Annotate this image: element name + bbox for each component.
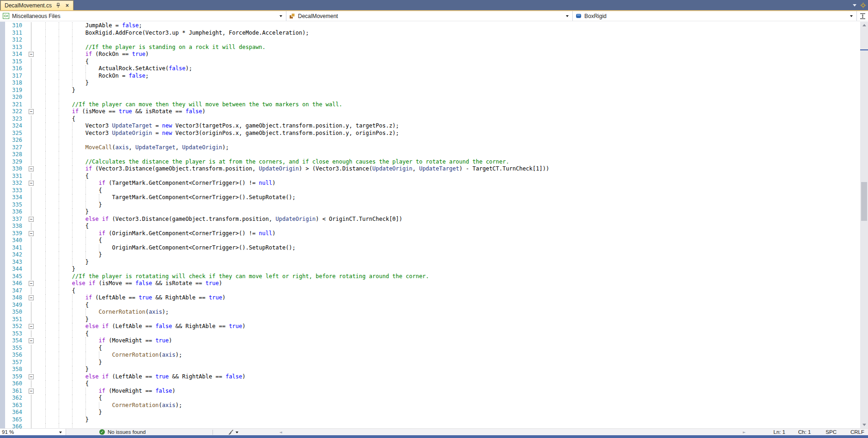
code-line-358[interactable]: 358 } (0, 366, 860, 373)
code-line-357[interactable]: 357 } (0, 359, 860, 366)
issues-indicator[interactable]: ✓ No issues found (99, 429, 146, 435)
pin-icon[interactable] (55, 2, 61, 9)
code-line-328[interactable]: 328 (0, 151, 860, 158)
code-line-364[interactable]: 364 } (0, 409, 860, 416)
code-line-316[interactable]: 316 ActualRock.SetActive(false); (0, 65, 860, 73)
code-line-311[interactable]: 311 BoxRigid.AddForce(Vector3.up * Jumph… (0, 30, 860, 37)
code-line-330[interactable]: 330− if (Vector3.Distance(gameObject.tra… (0, 165, 860, 173)
chevron-down-icon[interactable] (236, 432, 238, 433)
code-line-365[interactable]: 365 } (0, 416, 860, 424)
fold-collapse-box[interactable]: − (29, 51, 38, 58)
fold-collapse-box[interactable]: − (29, 373, 38, 381)
split-window-button[interactable] (857, 11, 868, 21)
fold-collapse-box[interactable]: − (29, 230, 38, 237)
code-line-349[interactable]: 349 { (0, 302, 860, 309)
code-line-315[interactable]: 315 { (0, 58, 860, 66)
fold-collapse-box[interactable]: − (29, 108, 38, 116)
code-line-341[interactable]: 341 OriginMark.GetComponent<CornerTrigge… (0, 244, 860, 252)
zoom-level-dropdown[interactable]: 91 % (0, 429, 66, 436)
code-line-324[interactable]: 324 Vector3 UpdateTarget = new Vector3(t… (0, 122, 860, 130)
tab-list-chevron-down-icon[interactable] (853, 4, 856, 6)
outline-guide-line (29, 144, 38, 152)
vertical-scrollbar[interactable] (860, 22, 868, 428)
code-line-337[interactable]: 337− else if (Vector3.Distance(gameObjec… (0, 216, 860, 223)
fold-collapse-box[interactable]: − (29, 388, 38, 395)
project-dropdown[interactable]: C# Miscellaneous Files (0, 11, 286, 21)
code-line-347[interactable]: 347 { (0, 287, 860, 295)
code-line-339[interactable]: 339− if (OriginMark.GetComponent<CornerT… (0, 230, 860, 237)
code-line-340[interactable]: 340 { (0, 237, 860, 244)
code-line-352[interactable]: 352− else if (LeftAble == false && Right… (0, 323, 860, 330)
code-line-362[interactable]: 362 { (0, 395, 860, 402)
code-line-336[interactable]: 336 } (0, 208, 860, 216)
chevron-down-icon[interactable] (850, 15, 853, 17)
outline-guide-line (29, 122, 38, 130)
tab-title: DecalMovement.cs (5, 2, 52, 9)
code-line-325[interactable]: 325 Vector3 UpdateOrigin = new Vector3(o… (0, 130, 860, 137)
code-line-318[interactable]: 318 } (0, 79, 860, 87)
code-line-344[interactable]: 344 } (0, 266, 860, 273)
code-line-332[interactable]: 332− if (TargetMark.GetComponent<CornerT… (0, 180, 860, 187)
hscroll-left-arrow[interactable]: ◄ (279, 430, 282, 434)
code-line-345[interactable]: 345 //If the player is rotatating will c… (0, 273, 860, 280)
fold-collapse-box[interactable]: − (29, 165, 38, 173)
code-line-321[interactable]: 321 //If the player can move then they w… (0, 101, 860, 109)
code-line-327[interactable]: 327 MoveCall(axis, UpdateTarget, UpdateO… (0, 144, 860, 152)
code-line-356[interactable]: 356 CornerRotation(axis); (0, 352, 860, 359)
fold-collapse-box[interactable]: − (29, 216, 38, 223)
code-line-314[interactable]: 314− if (RockOn == true) (0, 51, 860, 58)
code-line-361[interactable]: 361− if (MoveRight == false) (0, 388, 860, 395)
code-line-334[interactable]: 334 TargetMark.GetComponent<CornerTrigge… (0, 194, 860, 201)
code-line-342[interactable]: 342 } (0, 251, 860, 259)
type-dropdown-label: DecalMovement (298, 13, 338, 19)
code-editor[interactable]: 310 JumpAble = false;311 BoxRigid.AddFor… (0, 22, 868, 428)
fold-collapse-box[interactable]: − (29, 180, 38, 187)
fold-collapse-box[interactable]: − (29, 294, 38, 302)
code-line-322[interactable]: 322− if (isMove == true && isRotate == f… (0, 108, 860, 116)
type-dropdown[interactable]: DecalMovement (286, 11, 573, 21)
code-text: } (45, 259, 89, 266)
chevron-down-icon[interactable] (279, 15, 282, 17)
scroll-down-arrow[interactable] (860, 421, 868, 428)
scroll-up-arrow[interactable] (860, 22, 868, 29)
outline-guide-line (29, 251, 38, 259)
code-cleanup-button[interactable] (228, 429, 238, 435)
code-line-353[interactable]: 353 { (0, 330, 860, 338)
code-line-346[interactable]: 346− else if (isMove == false && isRotat… (0, 280, 860, 287)
gear-icon[interactable] (860, 2, 866, 8)
code-line-326[interactable]: 326 (0, 137, 860, 144)
code-line-343[interactable]: 343 } (0, 259, 860, 266)
code-line-331[interactable]: 331 { (0, 173, 860, 180)
code-line-360[interactable]: 360 { (0, 380, 860, 388)
code-text: { (45, 287, 75, 295)
code-line-317[interactable]: 317 RockOn = false; (0, 73, 860, 80)
code-line-348[interactable]: 348− if (LeftAble == true && RightAble =… (0, 294, 860, 302)
code-line-323[interactable]: 323 { (0, 116, 860, 123)
vertical-scrollbar-thumb[interactable] (861, 182, 867, 221)
tab-decalmovement[interactable]: DecalMovement.cs × (0, 0, 73, 10)
fold-collapse-box[interactable]: − (29, 323, 38, 330)
chevron-down-icon[interactable] (566, 15, 569, 17)
code-line-350[interactable]: 350 CornerRotation(axis); (0, 309, 860, 316)
code-line-363[interactable]: 363 CornerRotation(axis); (0, 402, 860, 409)
code-line-355[interactable]: 355 { (0, 345, 860, 352)
chevron-down-icon[interactable] (59, 432, 62, 433)
code-line-354[interactable]: 354− if (MoveRight == true) (0, 337, 860, 345)
code-line-310[interactable]: 310 JumpAble = false; (0, 22, 860, 30)
fold-collapse-box[interactable]: − (29, 280, 38, 287)
code-line-335[interactable]: 335 } (0, 201, 860, 209)
member-dropdown[interactable]: BoxRigid (573, 11, 857, 21)
code-line-338[interactable]: 338 { (0, 223, 860, 230)
code-line-329[interactable]: 329 //Calculates the distance the player… (0, 158, 860, 166)
code-line-312[interactable]: 312 (0, 36, 860, 44)
close-icon[interactable]: × (64, 2, 70, 9)
code-line-351[interactable]: 351 } (0, 316, 860, 323)
code-line-333[interactable]: 333 { (0, 187, 860, 195)
code-line-320[interactable]: 320 (0, 94, 860, 101)
code-line-359[interactable]: 359− else if (LeftAble == true && RightA… (0, 373, 860, 381)
code-line-313[interactable]: 313 //If the player is standing on a roc… (0, 44, 860, 51)
code-line-319[interactable]: 319 } (0, 87, 860, 94)
fold-collapse-box[interactable]: − (29, 337, 38, 345)
line-number: 338 (6, 223, 22, 230)
code-line-366[interactable]: 366 (0, 423, 860, 428)
